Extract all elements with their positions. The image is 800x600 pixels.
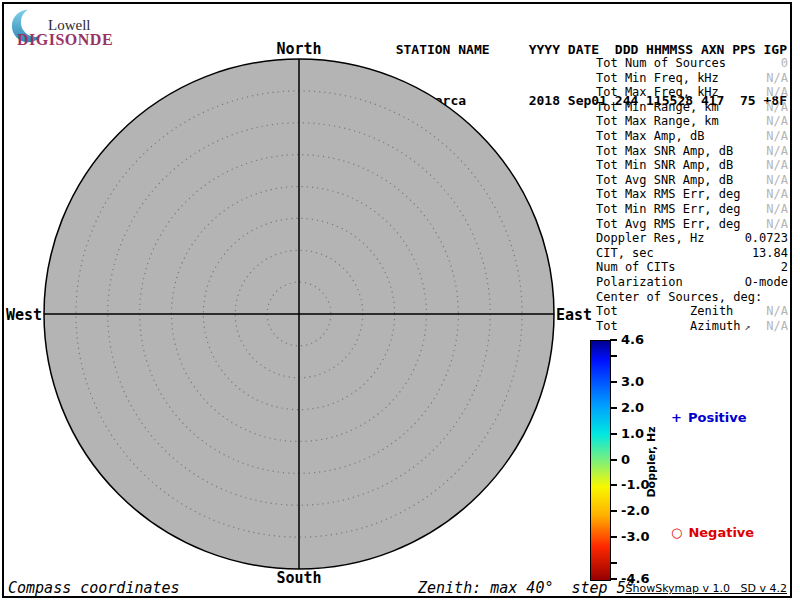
panel-row: Doppler Res, Hz0.0723 [596,231,788,246]
coordinates-note: Compass coordinates [8,579,180,597]
panel-row-value: N/A [766,71,788,86]
panel-row: Tot Avg RMS Err, degN/A [596,217,788,232]
panel-row-value: N/A [766,158,788,173]
panel-row-label: Tot [596,319,618,334]
panel-row-value: N/A [766,217,788,232]
colorbar-tick [610,510,617,512]
colorbar-tick-label: 2.0 [621,401,644,415]
colorbar-tick [610,484,617,486]
panel-row: Tot Min Range, kmN/A [596,100,788,115]
panel-row: Tot Max Range, kmN/A [596,114,788,129]
compass-label-south: South [199,569,399,587]
panel-row: Num of CITs2 [596,260,788,275]
panel-row-label: Polarization [596,275,683,290]
colorbar-tick [610,459,617,461]
logo-digisonde-text: DIGISONDE [17,31,113,49]
version-text: ShowSkymap v 1.0 SD v 4.2 [625,582,787,595]
skymap-plot [43,58,555,570]
panel-row-value: N/A [766,319,788,334]
stats-panel: Tot Num of Sources0Tot Min Freq, kHzN/AT… [596,56,788,333]
doppler-colorbar [590,340,611,581]
compass-label-west: West [0,306,42,324]
colorbar-tick [610,355,617,357]
panel-row-value: 0 [781,56,788,71]
panel-row-value: N/A [766,100,788,115]
panel-row-value: 0.0723 [745,231,788,246]
colorbar-tick-label: 4.6 [621,333,644,347]
legend-negative-label: Negative [688,525,754,540]
legend-negative: ○Negative [662,510,754,540]
panel-row-value: N/A [766,304,788,319]
panel-row-value: O-mode [745,275,788,290]
panel-row-label: Center of Sources, deg: [596,290,762,305]
panel-row-label: Tot Min Freq, kHz [596,71,719,86]
plus-marker-icon: + [671,410,682,425]
panel-row: Tot Max Freq, kHzN/A [596,85,788,100]
panel-row-label: Tot Max Amp, dB [596,129,704,144]
panel-row-label: Tot Max Freq, kHz [596,85,719,100]
panel-row-label: Tot Max SNR Amp, dB [596,144,733,159]
panel-row: Tot Min RMS Err, degN/A [596,202,788,217]
legend-positive-label: Positive [688,410,747,425]
panel-row-label: Tot Min RMS Err, deg [596,202,741,217]
panel-row-value: N/A [766,129,788,144]
panel-row: Tot Min Freq, kHzN/A [596,71,788,86]
compass-label-north: North [199,40,399,58]
panel-row: Tot Min SNR Amp, dBN/A [596,158,788,173]
colorbar-tick [610,562,617,564]
panel-row: TotZenithN/A [596,304,788,319]
panel-row-label: Tot [596,304,618,319]
mouse-cursor-icon: ↗ [745,321,751,332]
panel-row: Tot Max SNR Amp, dBN/A [596,144,788,159]
zenith-scale-note: Zenith: max 40° step 5° [418,579,635,597]
panel-row-label: Tot Avg RMS Err, deg [596,217,741,232]
panel-row-sublabel: Zenith [690,304,733,319]
panel-row-value: N/A [766,114,788,129]
panel-row-value: 2 [781,260,788,275]
colorbar-ticks: 4.63.02.01.00-1.0-2.0-3.0-4.6 [610,340,670,581]
colorbar-tick [610,381,617,383]
panel-row-label: Tot Min SNR Amp, dB [596,158,733,173]
lowell-digisonde-logo: Lowell DIGISONDE [10,5,120,47]
panel-row-sublabel: Azimuth↗ [690,319,751,335]
panel-row-label: Num of CITs [596,260,675,275]
panel-row: Tot Avg SNR Amp, dBN/A [596,173,788,188]
colorbar-tick [610,407,617,409]
panel-row: PolarizationO-mode [596,275,788,290]
panel-row: Tot Num of Sources0 [596,56,788,71]
panel-row-value: N/A [766,144,788,159]
panel-row-label: Tot Min Range, km [596,100,719,115]
legend-positive: +Positive [662,395,747,425]
panel-row-label: Doppler Res, Hz [596,231,704,246]
panel-row-label: Tot Max Range, km [596,114,719,129]
colorbar-tick-label: 3.0 [621,375,644,389]
circle-marker-icon: ○ [671,525,682,540]
panel-row-value: N/A [766,202,788,217]
panel-row-label: CIT, sec [596,246,654,261]
colorbar-tick-label: -3.0 [621,530,649,544]
colorbar-tick [610,536,617,538]
panel-row-value: N/A [766,187,788,202]
panel-row: Tot Max RMS Err, degN/A [596,187,788,202]
panel-row-label: Tot Num of Sources [596,56,726,71]
panel-row-label: Tot Max RMS Err, deg [596,187,741,202]
panel-row-value: N/A [766,85,788,100]
colorbar-tick-label: 1.0 [621,427,644,441]
colorbar-tick [610,339,617,341]
panel-row: Center of Sources, deg: [596,290,788,305]
panel-row: CIT, sec13.84 [596,246,788,261]
panel-row-value: N/A [766,173,788,188]
panel-row: Tot Max Amp, dBN/A [596,129,788,144]
panel-row-label: Tot Avg SNR Amp, dB [596,173,733,188]
colorbar-tick-label: 0 [621,453,630,467]
colorbar-title: Doppler, Hz [645,417,659,507]
colorbar-tick [610,433,617,435]
panel-row-value: 13.84 [752,246,788,261]
